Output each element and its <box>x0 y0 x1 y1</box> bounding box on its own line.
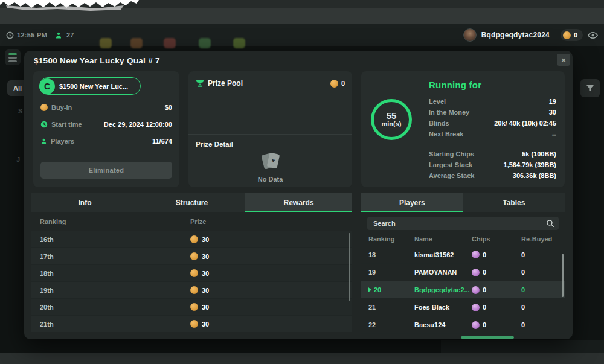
eye-icon[interactable] <box>588 31 598 39</box>
avatar[interactable] <box>463 28 477 42</box>
tab-info[interactable]: Info <box>31 193 138 212</box>
reward-prize: 30 <box>202 321 209 328</box>
in-the-money-row: In the Money30 <box>429 107 556 118</box>
players-horizontal-scrollbar[interactable] <box>461 336 514 339</box>
average-stack-label: Average Stack <box>429 172 474 179</box>
next-break-label: Next Break <box>429 130 463 138</box>
reward-prize: 30 <box>202 236 209 243</box>
tab-players-label: Players <box>399 199 425 207</box>
coin-icon <box>190 320 198 328</box>
player-name: singputur <box>414 339 472 339</box>
prize-column-header: Prize <box>190 218 206 225</box>
trophy-icon <box>196 79 204 88</box>
players-value: 11/674 <box>152 138 172 145</box>
all-label: All <box>13 85 22 92</box>
blinds-row: Blinds20k/ 40k (10k) 02:45 <box>429 118 556 129</box>
coin-icon <box>190 303 198 311</box>
reward-prize: 30 <box>202 270 209 277</box>
player-rank: 19 <box>361 269 414 276</box>
start-time-label: Start time <box>51 121 82 128</box>
search-input[interactable] <box>367 220 559 227</box>
players-row: Players 11/674 <box>40 136 172 146</box>
tab-players[interactable]: Players <box>361 193 463 212</box>
tournament-name-pill[interactable]: C $1500 New Year Luc... <box>39 77 141 95</box>
timer-ring: 55 min(s) <box>371 99 412 140</box>
next-break-value: -- <box>552 130 556 138</box>
player-row[interactable]: 19 PAMOYANAN 0 0 <box>361 263 565 281</box>
reward-rank: 16th <box>31 236 190 243</box>
player-chips: 0 <box>483 339 486 339</box>
coin-icon <box>563 31 571 39</box>
rebuyed-column-header: Re-Buyed <box>515 235 565 243</box>
coin-icon <box>190 252 198 260</box>
player-row[interactable]: 22 Baesu124 0 0 <box>361 316 565 333</box>
ranking-column-header: Ranking <box>361 235 414 243</box>
player-row[interactable]: 21 Foes Black 0 0 <box>361 298 565 316</box>
filter-button[interactable] <box>580 79 600 97</box>
reward-rank: 17th <box>31 253 190 260</box>
balance-pill[interactable]: 0 <box>561 29 583 41</box>
player-rebuy: 0 <box>515 339 565 339</box>
players-table: 18 kismat31562 0 0 19 PAMOYANAN 0 0 20 B… <box>361 246 565 339</box>
player-rank: 18 <box>361 251 414 258</box>
divider <box>188 134 352 135</box>
player-chips: 0 <box>483 251 486 258</box>
tab-tables[interactable]: Tables <box>463 193 565 212</box>
status-bar-left: 12:55 PM 27 <box>6 31 74 39</box>
coin-icon <box>40 104 48 111</box>
buyin-value: $0 <box>165 104 172 111</box>
rewards-scrollbar[interactable] <box>349 233 350 301</box>
player-chips: 0 <box>483 269 486 276</box>
menu-bar <box>8 60 17 62</box>
prize-detail-title: Prize Detail <box>196 141 233 148</box>
empty-state: ♥ No Data <box>188 153 352 183</box>
rewards-table: 16th30 17th30 18th30 19th30 20th30 21th3… <box>31 231 352 332</box>
player-row-current-user[interactable]: 20 Bqdpgeqdytac2... 0 0 <box>361 281 565 298</box>
players-label: Players <box>51 138 74 145</box>
modal-title: $1500 New Year Lucky Qual # 7 <box>34 56 160 65</box>
player-row[interactable]: 18 kismat31562 0 0 <box>361 246 565 263</box>
menu-button[interactable] <box>5 49 21 65</box>
reward-rank: 20th <box>31 304 190 311</box>
background-currency-icon <box>130 38 143 48</box>
in-the-money-value: 30 <box>549 109 556 116</box>
tab-rewards[interactable]: Rewards <box>245 193 352 212</box>
prize-pool-value: 0 <box>341 80 345 87</box>
background-partial-text: S <box>18 107 22 115</box>
username: Bqdpgeqdytac2024 <box>481 31 550 39</box>
average-stack-value: 306.36k (8BB) <box>513 172 556 179</box>
tab-info-label: Info <box>79 199 92 207</box>
background-currency-icon <box>100 38 112 48</box>
background-currency-icon <box>233 38 245 48</box>
starting-chips-label: Starting Chips <box>429 150 474 158</box>
player-chips: 0 <box>483 304 486 311</box>
starting-chips-row: Starting Chips5k (100BB) <box>429 148 556 159</box>
players-vertical-scrollbar[interactable] <box>562 254 564 297</box>
status-bar: 12:55 PM 27 Bqdpgeqdytac2024 0 <box>0 24 604 46</box>
top-nav-bar <box>0 0 604 24</box>
player-name: Baesu124 <box>414 321 472 328</box>
reward-row: 21th30 <box>31 315 352 332</box>
player-chips: 0 <box>483 321 486 328</box>
buyin-row: Buy-in $0 <box>40 103 172 112</box>
largest-stack-row: Largest Stack1,564.79k (39BB) <box>429 159 556 170</box>
tab-structure[interactable]: Structure <box>138 193 245 212</box>
player-rebuy: 0 <box>515 286 565 293</box>
left-tab-bar: Info Structure Rewards <box>31 193 352 212</box>
reward-row: 18th30 <box>31 264 352 281</box>
level-row: Level19 <box>429 96 556 107</box>
online-players-icon <box>55 31 62 39</box>
reward-rank: 18th <box>31 270 190 277</box>
players-icon <box>40 138 47 145</box>
tournament-modal: $1500 New Year Lucky Qual # 7 × C $1500 … <box>24 51 573 339</box>
reward-row: 19th30 <box>31 281 352 298</box>
chips-column-header: Chips <box>472 235 515 243</box>
coin-icon <box>190 269 198 277</box>
reward-row: 17th30 <box>31 247 352 264</box>
next-break-row: Next Break-- <box>429 129 556 139</box>
tab-structure-label: Structure <box>176 199 208 207</box>
timer-unit: min(s) <box>382 120 402 128</box>
coin-icon <box>190 235 198 243</box>
search-icon[interactable] <box>546 219 554 228</box>
close-button[interactable]: × <box>557 54 570 66</box>
